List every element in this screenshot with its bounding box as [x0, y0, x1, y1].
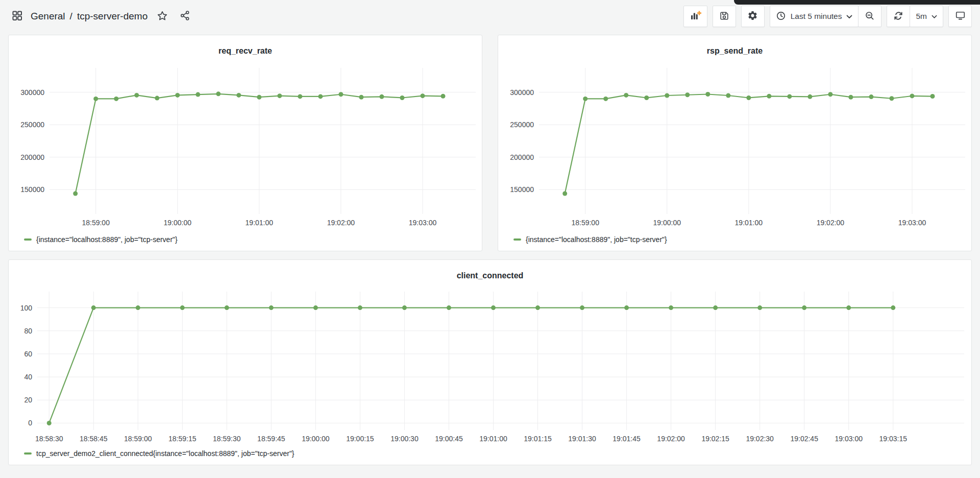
dashboard-settings-button[interactable]: [741, 6, 765, 27]
svg-text:60: 60: [24, 350, 32, 358]
star-icon: [157, 10, 168, 23]
svg-text:19:01:00: 19:01:00: [479, 435, 507, 443]
svg-text:18:59:30: 18:59:30: [213, 435, 241, 443]
share-icon: [180, 10, 190, 22]
legend-item[interactable]: {instance="localhost:8889", job="tcp-ser…: [498, 231, 971, 251]
svg-text:250000: 250000: [20, 121, 44, 129]
svg-text:300000: 300000: [20, 88, 44, 97]
dashboard-topbar: General / tcp-server-demo: [0, 0, 980, 33]
refresh-interval-dropdown[interactable]: 5m: [910, 6, 943, 27]
panel-title[interactable]: req_recv_rate: [9, 35, 482, 60]
svg-text:250000: 250000: [510, 121, 534, 129]
svg-text:200000: 200000: [20, 153, 44, 161]
svg-text:150000: 150000: [20, 185, 44, 194]
svg-text:18:59:00: 18:59:00: [124, 435, 152, 443]
svg-text:19:00:45: 19:00:45: [435, 435, 463, 443]
svg-text:19:01:15: 19:01:15: [524, 435, 552, 443]
magnifier-minus-icon: [865, 11, 875, 22]
breadcrumb-separator: /: [70, 11, 72, 22]
svg-text:18:59:00: 18:59:00: [82, 219, 110, 227]
svg-text:200000: 200000: [510, 153, 534, 161]
legend-swatch: [24, 238, 32, 241]
svg-text:19:01:45: 19:01:45: [612, 435, 641, 443]
dashboards-grid-button[interactable]: [8, 8, 26, 25]
clock-icon: [776, 11, 786, 22]
svg-text:19:02:45: 19:02:45: [790, 435, 818, 443]
time-range-group: Last 5 minutes: [770, 6, 882, 27]
save-icon: [719, 11, 729, 22]
gear-icon: [747, 10, 758, 22]
svg-text:19:02:00: 19:02:00: [817, 219, 845, 227]
refresh-interval-label: 5m: [916, 12, 927, 21]
panel-row-2: client_connected 18:58:3018:58:4518:59:0…: [8, 259, 972, 465]
req-recv-rate-chart[interactable]: 18:59:0019:00:0019:01:0019:02:0019:03:00…: [9, 60, 482, 231]
svg-text:19:00:30: 19:00:30: [390, 435, 419, 443]
svg-text:19:03:00: 19:03:00: [898, 219, 926, 227]
zoom-out-time-button[interactable]: [858, 6, 881, 27]
svg-text:80: 80: [24, 327, 32, 335]
panel-req-recv-rate: req_recv_rate 18:59:0019:00:0019:01:0019…: [8, 35, 482, 251]
panel-title[interactable]: rsp_send_rate: [498, 35, 971, 60]
legend-label: {instance="localhost:8889", job="tcp-ser…: [36, 235, 178, 244]
svg-text:19:01:30: 19:01:30: [568, 435, 596, 443]
svg-text:19:03:00: 19:03:00: [835, 435, 863, 443]
svg-text:19:02:00: 19:02:00: [657, 435, 685, 443]
panel-row-1: req_recv_rate 18:59:0019:00:0019:01:0019…: [8, 35, 972, 251]
svg-text:150000: 150000: [510, 185, 534, 194]
svg-text:19:02:15: 19:02:15: [701, 435, 729, 443]
svg-text:19:03:00: 19:03:00: [409, 219, 437, 227]
svg-text:100: 100: [20, 304, 33, 312]
svg-text:19:01:00: 19:01:00: [735, 219, 763, 227]
bar-chart-plus-icon: [690, 10, 701, 22]
legend-item[interactable]: {instance="localhost:8889", job="tcp-ser…: [9, 231, 482, 251]
svg-text:40: 40: [24, 373, 32, 381]
svg-text:19:02:30: 19:02:30: [746, 435, 774, 443]
top-right-dark-bar: [734, 0, 980, 5]
svg-text:18:58:45: 18:58:45: [80, 435, 108, 443]
chevron-down-icon: [846, 13, 852, 20]
svg-text:20: 20: [24, 396, 32, 404]
svg-text:19:03:15: 19:03:15: [879, 435, 908, 443]
panel-client-connected: client_connected 18:58:3018:58:4518:59:0…: [8, 259, 972, 465]
add-panel-button[interactable]: [683, 6, 707, 27]
svg-text:0: 0: [28, 419, 32, 427]
svg-text:19:00:15: 19:00:15: [346, 435, 374, 443]
refresh-icon: [893, 11, 903, 22]
svg-text:18:58:30: 18:58:30: [35, 435, 63, 443]
breadcrumb-dashboard-title[interactable]: tcp-server-demo: [77, 11, 148, 22]
favorite-button[interactable]: [154, 8, 171, 25]
chevron-down-icon: [932, 13, 937, 20]
svg-text:19:00:00: 19:00:00: [302, 435, 330, 443]
svg-text:19:00:00: 19:00:00: [164, 219, 192, 227]
time-range-picker-button[interactable]: Last 5 minutes: [770, 6, 859, 27]
svg-text:18:59:00: 18:59:00: [571, 219, 599, 227]
panel-rsp-send-rate: rsp_send_rate 18:59:0019:00:0019:01:0019…: [498, 35, 972, 251]
panel-title[interactable]: client_connected: [9, 260, 971, 284]
breadcrumb-folder[interactable]: General: [31, 11, 65, 22]
svg-text:18:59:15: 18:59:15: [168, 435, 197, 443]
legend-swatch: [24, 452, 32, 455]
time-range-label: Last 5 minutes: [791, 12, 842, 21]
svg-text:19:01:00: 19:01:00: [246, 219, 274, 227]
kiosk-mode-button[interactable]: [948, 6, 972, 27]
refresh-button[interactable]: [887, 6, 910, 27]
breadcrumb: General / tcp-server-demo: [31, 11, 148, 22]
dashboard-toolbar: Last 5 minutes: [683, 6, 972, 27]
dashboard-grid: req_recv_rate 18:59:0019:00:0019:01:0019…: [8, 35, 972, 465]
monitor-icon: [955, 10, 966, 22]
svg-text:19:02:00: 19:02:00: [327, 219, 355, 227]
svg-text:18:59:45: 18:59:45: [257, 435, 285, 443]
client-connected-chart[interactable]: 18:58:3018:58:4518:59:0018:59:1518:59:30…: [9, 284, 971, 445]
share-button[interactable]: [176, 8, 193, 25]
legend-label: tcp_server_demo2_client_connected{instan…: [36, 449, 295, 458]
rsp-send-rate-chart[interactable]: 18:59:0019:00:0019:01:0019:02:0019:03:00…: [498, 60, 971, 231]
refresh-group: 5m: [887, 6, 943, 27]
apps-grid-icon: [11, 10, 23, 23]
svg-text:300000: 300000: [510, 88, 534, 97]
svg-text:19:00:00: 19:00:00: [653, 219, 681, 227]
legend-label: {instance="localhost:8889", job="tcp-ser…: [526, 235, 667, 244]
save-dashboard-button[interactable]: [713, 6, 736, 27]
breadcrumb-area: General / tcp-server-demo: [8, 8, 193, 25]
legend-item[interactable]: tcp_server_demo2_client_connected{instan…: [9, 445, 971, 465]
legend-swatch: [513, 238, 521, 241]
